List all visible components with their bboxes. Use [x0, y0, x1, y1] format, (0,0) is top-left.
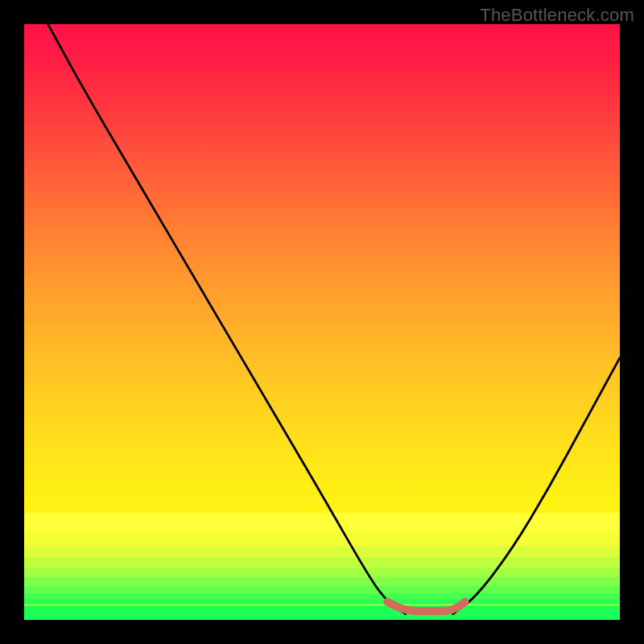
gradient-band: [24, 593, 620, 599]
chart-plot-area: [24, 24, 620, 620]
gradient-band: [24, 568, 620, 578]
gradient-band: [24, 605, 620, 621]
gradient-band: [24, 513, 620, 530]
gradient-band: [24, 577, 620, 585]
gradient-band: [24, 530, 620, 546]
gradient-band: [24, 586, 620, 593]
watermark-text: TheBottleneck.com: [480, 5, 634, 26]
gradient-band: [24, 599, 620, 605]
chart-frame: TheBottleneck.com: [0, 0, 644, 644]
gradient-band: [24, 546, 620, 558]
gradient-band: [24, 557, 620, 568]
